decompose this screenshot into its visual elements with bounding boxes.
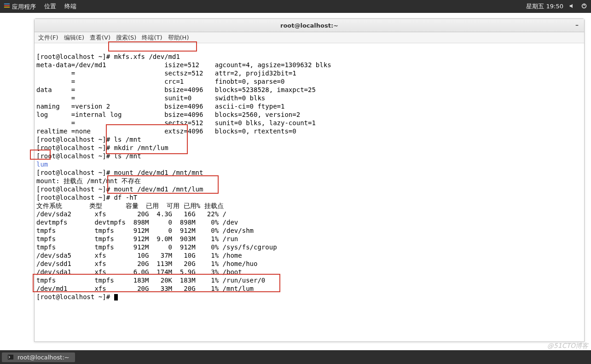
term-line: [root@localhost ~]# mount /dev/md1 /mnt/… — [36, 169, 203, 176]
term-line: = sectsz=512 attr=2, projid32bit=1 — [36, 69, 296, 77]
taskbar: root@localhost:~ — [0, 350, 591, 364]
term-line: /dev/sda5 xfs 10G 37M 10G 1% /home — [36, 252, 242, 259]
term-line: tmpfs tmpfs 912M 9.0M 903M 1% /run — [36, 235, 238, 243]
terminal-output[interactable]: [root@localhost ~]# mkfs.xfs /dev/md1 me… — [35, 43, 584, 341]
power-icon[interactable] — [581, 3, 587, 11]
term-line-dir: lum — [36, 161, 48, 168]
titlebar[interactable]: root@localhost:~ – — [35, 19, 584, 32]
terminal-icon — [7, 354, 14, 360]
volume-icon[interactable] — [569, 3, 575, 11]
term-line: /dev/md1 xfs 20G 33M 20G 1% /mnt/lum — [36, 285, 254, 292]
svg-rect-5 — [8, 355, 13, 360]
menu-terminal[interactable]: 终端(T) — [142, 34, 162, 42]
watermark: @51CTO博客 — [547, 342, 588, 350]
term-line: = crc=1 finobt=0, sparse=0 — [36, 78, 284, 85]
term-line: tmpfs tmpfs 183M 20K 183M 1% /run/user/0 — [36, 277, 265, 284]
apps-menu[interactable]: 应用程序 — [4, 2, 36, 11]
terminal-window: root@localhost:~ – 文件(F) 编辑(E) 查看(V) 搜索(… — [34, 18, 585, 342]
minimize-button[interactable]: – — [574, 22, 580, 29]
menu-view[interactable]: 查看(V) — [90, 34, 110, 42]
taskbar-item-label: root@localhost:~ — [17, 354, 70, 361]
term-line: /dev/sdd1 xfs 20G 113M 20G 1% /home/huo — [36, 260, 257, 267]
svg-rect-2 — [4, 6, 10, 7]
term-line: tmpfs tmpfs 912M 0 912M 0% /dev/shm — [36, 227, 254, 234]
menu-edit[interactable]: 编辑(E) — [64, 34, 84, 42]
term-line: = sectsz=512 sunit=0 blks, lazy-count=1 — [36, 119, 316, 127]
term-line: [root@localhost ~]# mkdir /mnt/lum — [36, 144, 168, 151]
term-line: /dev/sda1 xfs 6.0G 174M 5.9G 3% /boot — [36, 268, 242, 276]
term-line: = sunit=0 swidth=0 blks — [36, 94, 265, 102]
term-line: mount: 挂载点 /mnt/mnt 不存在 — [36, 177, 141, 185]
menubar: 文件(F) 编辑(E) 查看(V) 搜索(S) 终端(T) 帮助(H) — [35, 32, 584, 43]
term-line: [root@localhost ~]# df -hT — [36, 194, 137, 201]
menu-file[interactable]: 文件(F) — [38, 34, 58, 42]
term-line: /dev/sda2 xfs 20G 4.3G 16G 22% / — [36, 210, 226, 218]
svg-rect-0 — [4, 3, 10, 4]
term-line: 文件系统 类型 容量 已用 可用 已用% 挂载点 — [36, 202, 224, 209]
term-line: [root@localhost ~]# ls /mnt — [36, 136, 141, 143]
places-menu[interactable]: 位置 — [44, 2, 56, 11]
term-line: meta-data=/dev/md1 isize=512 agcount=4, … — [36, 61, 331, 69]
top-panel: 应用程序 位置 终端 星期五 19:50 — [0, 0, 591, 13]
highlight-box — [108, 41, 197, 52]
clock[interactable]: 星期五 19:50 — [526, 2, 563, 11]
cursor — [114, 294, 118, 300]
term-line: realtime =none extsz=4096 blocks=0, rtex… — [36, 127, 296, 135]
term-line: [root@localhost ~]# mount /dev/md1 /mnt/… — [36, 185, 203, 193]
term-line: devtmpfs devtmpfs 898M 0 898M 0% /dev — [36, 219, 238, 226]
menu-help[interactable]: 帮助(H) — [168, 34, 189, 42]
term-line: tmpfs tmpfs 912M 0 912M 0% /sys/fs/cgrou… — [36, 243, 277, 251]
term-prompt: [root@localhost ~]# — [36, 293, 114, 300]
window-title: root@localhost:~ — [280, 22, 338, 29]
term-line: data = bsize=4096 blocks=5238528, imaxpc… — [36, 86, 316, 93]
taskbar-item-terminal[interactable]: root@localhost:~ — [2, 352, 75, 362]
term-line: [root@localhost ~]# ls /mnt — [36, 152, 141, 160]
term-line: [root@localhost ~]# mkfs.xfs /dev/md1 — [36, 53, 180, 60]
terminal-menu[interactable]: 终端 — [64, 2, 76, 11]
svg-rect-1 — [4, 5, 10, 6]
term-line: naming =version 2 bsize=4096 ascii-ci=0 … — [36, 103, 284, 110]
term-line: log =internal log bsize=4096 blocks=2560… — [36, 111, 300, 118]
menu-search[interactable]: 搜索(S) — [116, 34, 136, 42]
